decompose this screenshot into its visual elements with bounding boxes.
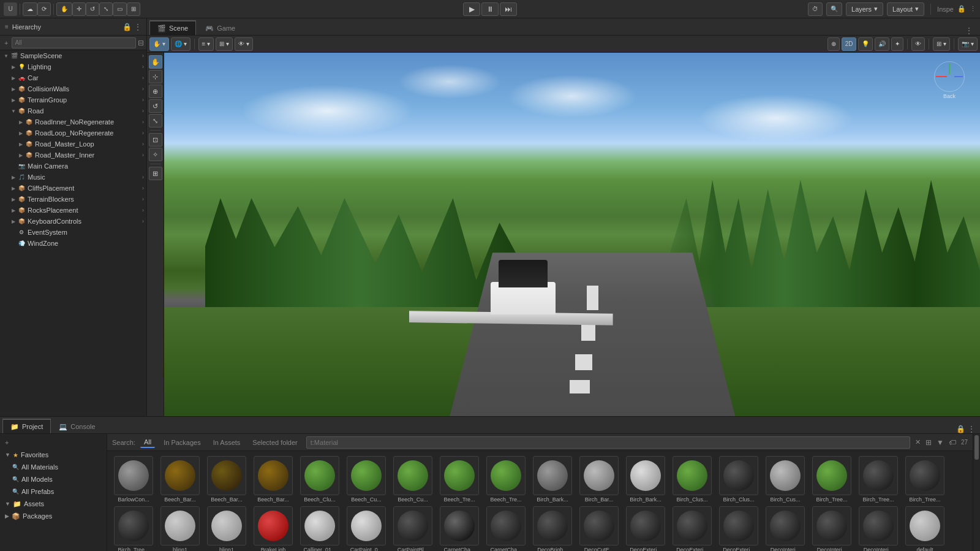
asset-item-16[interactable]: Birch_Tree... (857, 456, 900, 503)
filter-packages-btn[interactable]: In Packages (160, 438, 205, 447)
step-button[interactable]: ⏭ (500, 2, 517, 16)
tree-item-rocks[interactable]: ▶ 📦 RocksPlacement › (0, 205, 146, 216)
asset-item-5[interactable]: Beech_Cu... (345, 456, 388, 503)
history-button[interactable]: ⏱ (808, 2, 823, 16)
hierarchy-add-btn[interactable]: + (2, 39, 10, 47)
project-scrollbar[interactable] (973, 434, 980, 551)
asset-item-1[interactable]: blinn1 (159, 506, 202, 551)
proj-favorites-group[interactable]: ▼ ★ Favorites (0, 449, 107, 461)
scene-grid-toggle-btn[interactable]: ⊞ ▾ (933, 37, 950, 51)
tool-hand[interactable]: ✋ (149, 55, 162, 69)
collab-button[interactable]: ⟳ (37, 2, 51, 16)
move-tool-button[interactable]: ✛ (72, 2, 86, 16)
scene-audio-btn[interactable]: 🔊 (875, 37, 889, 51)
scene-render-btn[interactable]: ⊕ (827, 37, 840, 51)
asset-item-12[interactable]: Birch_Clus... (671, 456, 714, 503)
tree-item-music[interactable]: ▶ 🎵 Music › (0, 172, 146, 183)
proj-all-materials[interactable]: 🔍 All Materials (0, 461, 107, 473)
asset-item-2[interactable]: blinn1 (205, 506, 248, 551)
hand-tool-button[interactable]: ✋ (56, 2, 72, 16)
proj-packages-group[interactable]: ▶ 📦 Packages (0, 510, 107, 522)
search-filter-icon[interactable]: ▼ (937, 438, 944, 447)
scene-hidden-btn[interactable]: 👁 (911, 37, 925, 51)
asset-item-3[interactable]: BrakeLigh (252, 506, 295, 551)
asset-item-5[interactable]: CarPaint_0... (345, 506, 388, 551)
hierarchy-more-icon[interactable]: ⋮ (134, 23, 141, 31)
tree-item-collisionwalls[interactable]: ▶ 📦 CollisionWalls › (0, 83, 146, 94)
tree-item-roadinner[interactable]: ▶ 📦 RoadInner_NoRegenerate › (0, 116, 146, 127)
tree-item-maincamera[interactable]: ▶ 📷 Main Camera (0, 161, 146, 172)
tree-item-terraingroup[interactable]: ▶ 📦 TerrainGroup › (0, 94, 146, 105)
scene-2d-mode-btn[interactable]: 🌐 ▾ (171, 37, 190, 51)
scene-view-options-btn[interactable]: ≡ ▾ (198, 37, 214, 51)
asset-item-13[interactable]: Birch_Clus... (717, 456, 760, 503)
asset-item-17[interactable]: Birch_Tree... (903, 456, 946, 503)
tab-console[interactable]: 💻 Console (51, 419, 103, 433)
scene-grid-btn[interactable]: ⊞ ▾ (216, 37, 233, 51)
scene-2d-toggle-btn[interactable]: 2D (842, 37, 857, 51)
asset-item-12[interactable]: DecoExteri... (671, 506, 714, 551)
asset-item-15[interactable]: Birch_Tree... (810, 456, 853, 503)
asset-item-14[interactable]: Birch_Cus... (764, 456, 807, 503)
tab-project[interactable]: 📁 Project (2, 419, 51, 433)
tree-item-roadmasterloop[interactable]: ▶ 📦 Road_Master_Loop › (0, 139, 146, 150)
bottom-panel-more-icon[interactable]: ⋮ (968, 425, 975, 433)
asset-item-4[interactable]: Beech_Clu... (298, 456, 341, 503)
proj-all-models[interactable]: 🔍 All Models (0, 473, 107, 485)
bottom-panel-lock-icon[interactable]: 🔒 (956, 425, 965, 433)
scene-draw-mode-btn[interactable]: ✋ ▾ (149, 37, 169, 51)
search-clear-icon[interactable]: ✕ (915, 438, 921, 446)
tree-item-lighting[interactable]: ▶ 💡 Lighting › (0, 61, 146, 72)
asset-item-10[interactable]: Birch_Bar... (578, 456, 620, 503)
asset-item-7[interactable]: CarpetCha... (438, 506, 481, 551)
tool-snap[interactable]: ⊡ (149, 133, 162, 146)
asset-item-0[interactable]: Birch_Tree... (112, 506, 155, 551)
asset-item-7[interactable]: Beech_Tre... (438, 456, 481, 503)
hierarchy-filter-icon[interactable]: ⊟ (138, 39, 144, 47)
play-button[interactable]: ▶ (463, 2, 480, 16)
pause-button[interactable]: ⏸ (481, 2, 499, 16)
asset-item-6[interactable]: Beech_Cu... (391, 456, 434, 503)
asset-item-6[interactable]: CarPaintBl... (391, 506, 434, 551)
tree-item-terrainblockers[interactable]: ▶ 📦 TerrainBlockers › (0, 194, 146, 205)
asset-item-3[interactable]: Beech_Bar... (252, 456, 295, 503)
search-label-icon[interactable]: 🏷 (949, 438, 956, 447)
rect-tool-button[interactable]: ▭ (113, 2, 127, 16)
asset-item-0[interactable]: BarlowCon... (112, 456, 155, 503)
layers-dropdown[interactable]: Layers ▾ (846, 2, 883, 16)
tree-item-car[interactable]: ▶ 🚗 Car › (0, 72, 146, 83)
tool-select[interactable]: ⊹ (149, 70, 162, 83)
asset-item-17[interactable]: default (903, 506, 946, 551)
scene-lighting-btn[interactable]: 💡 (858, 37, 873, 51)
proj-all-prefabs[interactable]: 🔍 All Prefabs (0, 485, 107, 498)
account-button[interactable]: ☁ (23, 2, 37, 16)
transform-tool-button[interactable]: ⊞ (127, 2, 140, 16)
asset-item-8[interactable]: Beech_Tre... (484, 456, 527, 503)
tool-scale[interactable]: ⤡ (149, 114, 162, 127)
proj-assets-group[interactable]: ▼ 📁 Assets (0, 498, 107, 510)
tree-item-roadmasterinner[interactable]: ▶ 📦 Road_Master_Inner › (0, 150, 146, 161)
asset-item-8[interactable]: CarpetCha... (484, 506, 527, 551)
tree-item-eventsystem[interactable]: ▶ ⚙ EventSystem (0, 227, 146, 238)
hierarchy-search-input[interactable] (12, 37, 136, 48)
tool-rotate[interactable]: ↺ (149, 99, 162, 113)
scene-viewport[interactable]: Back (164, 53, 980, 416)
hierarchy-lock-icon[interactable]: 🔒 (123, 23, 132, 31)
asset-item-15[interactable]: DecoInteri... (810, 506, 853, 551)
tree-item-windzone[interactable]: ▶ 💨 WindZone (0, 238, 146, 249)
tree-item-samplescene[interactable]: ▼ 🎬 SampleScene › (0, 50, 146, 61)
tool-move[interactable]: ⊕ (149, 85, 162, 98)
asset-item-13[interactable]: DecoExteri... (717, 506, 760, 551)
filter-folder-btn[interactable]: Selected folder (249, 438, 301, 447)
asset-item-14[interactable]: DecoInteri... (764, 506, 807, 551)
tree-item-roadloop[interactable]: ▶ 📦 RoadLoop_NoRegenerate › (0, 127, 146, 139)
asset-item-16[interactable]: DecoInteri... (857, 506, 900, 551)
tool-custom[interactable]: ✧ (149, 148, 162, 161)
filter-assets-btn[interactable]: In Assets (209, 438, 244, 447)
rotate-tool-button[interactable]: ↺ (86, 2, 99, 16)
tree-item-cliffs[interactable]: ▶ 📦 CliffsPlacement › (0, 183, 146, 194)
asset-item-10[interactable]: DecoCutE... (578, 506, 620, 551)
scene-camera-btn[interactable]: 📷 ▾ (958, 37, 978, 51)
asset-item-9[interactable]: DecoBrigh... (531, 506, 574, 551)
search-button[interactable]: 🔍 (826, 2, 842, 16)
